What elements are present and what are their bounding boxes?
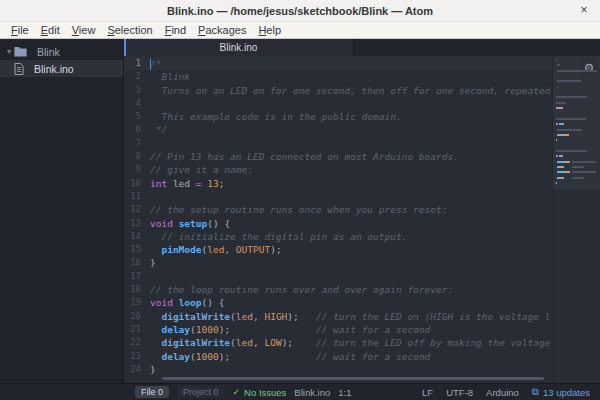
tree-view: ▾BlinkBlink.ino [0,39,124,383]
minimap-line [556,118,586,120]
menu-selection[interactable]: Selection [101,22,158,38]
code-line-14[interactable]: 14 // initialize the digital pin as an o… [124,230,552,243]
minimap-line [556,134,569,136]
code-line-6[interactable]: 6 */ [124,123,552,136]
line-number: 19 [124,296,150,309]
grammar-selector[interactable]: Arduino [486,387,519,398]
code-text: /* [150,57,552,70]
minimap-line [556,161,596,163]
code-text: digitalWrite(led, LOW); // turn the LED … [150,336,552,349]
line-ending-selector[interactable]: LF [422,387,433,398]
code-line-23[interactable]: 23 delay(1000); // wait for a second [124,350,552,363]
code-line-7[interactable]: 7 [124,137,552,150]
encoding-selector[interactable]: UTF-8 [446,387,473,398]
lint-file-count-button[interactable]: File 0 [135,386,169,398]
line-number: 8 [124,150,150,163]
code-line-2[interactable]: 2 Blink [124,70,552,83]
line-number: 2 [124,70,150,83]
menu-find[interactable]: Find [159,22,192,38]
lint-status[interactable]: ✓ No Issues [233,387,287,398]
tab-blink-ino[interactable]: Blink.ino [124,39,354,56]
code-line-21[interactable]: 21 delay(1000); // wait for a second [124,323,552,336]
code-line-24[interactable]: 24} [124,363,552,376]
code-line-1[interactable]: 1/* [124,57,552,70]
code-line-15[interactable]: 15 pinMode(led, OUTPUT); [124,243,552,256]
status-cursor-position[interactable]: 1:1 [338,387,351,398]
lint-status-label: No Issues [244,387,286,398]
code-line-22[interactable]: 22 digitalWrite(led, LOW); // turn the L… [124,336,552,349]
minimap-line [556,96,587,98]
code-text: // Pin 13 has an LED connected on most A… [150,150,552,163]
menu-help[interactable]: Help [252,22,287,38]
tree-item-blink[interactable]: ▾Blink [0,43,123,60]
minimap-line [556,102,566,104]
minimap-line [556,107,563,109]
code-text: // the loop routine runs over and over a… [150,283,552,296]
menu-file[interactable]: File [5,22,35,38]
code-text: int led = 13; [150,177,552,190]
code-line-9[interactable]: 9// give it a name: [124,163,552,176]
tree-item-label: Blink [37,46,60,58]
menu-packages[interactable]: Packages [192,22,252,38]
main-area: ▾BlinkBlink.ino Blink.ino 1/*2 Blink3 Tu… [0,39,600,383]
code-line-8[interactable]: 8// Pin 13 has an LED connected on most … [124,150,552,163]
code-text: // give it a name: [150,163,552,176]
minimap-line [556,70,597,72]
check-icon: ✓ [233,387,241,397]
code-line-12[interactable]: 12// the setup routine runs once when yo… [124,203,552,216]
code-text [150,190,552,203]
code-line-20[interactable]: 20 digitalWrite(led, HIGH); // turn the … [124,310,552,323]
package-icon: ⧉ [532,387,539,397]
code-text: } [150,256,552,269]
code-text: pinMode(led, OUTPUT); [150,243,552,256]
code-text: Blink [150,70,552,83]
minimap-line [556,177,584,179]
menubar: FileEditViewSelectionFindPackagesHelp [0,22,600,39]
active-pane-accent [124,39,126,56]
editor-pane: Blink.ino 1/*2 Blink3 Turns on an LED on… [124,39,600,383]
minimap-line [556,182,557,184]
line-number: 11 [124,190,150,203]
line-number: 7 [124,137,150,150]
minimap[interactable]: ⚙ [552,56,600,383]
menu-edit[interactable]: Edit [35,22,66,38]
code-editor[interactable]: 1/*2 Blink3 Turns on an LED on for one s… [124,56,600,383]
code-line-19[interactable]: 19void loop() { [124,296,552,309]
window-close-icon[interactable]: × [576,3,592,19]
code-line-11[interactable]: 11 [124,190,552,203]
line-number: 5 [124,110,150,123]
line-number: 1 [124,57,150,70]
code-line-18[interactable]: 18// the loop routine runs over and over… [124,283,552,296]
gear-icon[interactable]: ⚙ [580,58,598,76]
minimap-line [556,155,563,157]
chevron-down-icon[interactable]: ▾ [4,47,14,56]
line-number: 21 [124,323,150,336]
status-left: File 0 Project 0 ✓ No Issues Blink.ino 1… [135,386,351,398]
status-right: LF UTF-8 Arduino ⧉ 13 updates [422,387,590,398]
line-number: 13 [124,217,150,230]
minimap-line [556,86,558,88]
code-text: Turns on an LED on for one second, then … [150,84,552,97]
lint-project-count-button[interactable]: Project 0 [177,386,225,398]
status-file-name[interactable]: Blink.ino [294,387,330,398]
tab-bar: Blink.ino [124,39,600,56]
code-text: delay(1000); // wait for a second [150,323,552,336]
code-text: digitalWrite(led, HIGH); // turn the LED… [150,310,552,323]
tree-item-blink-ino[interactable]: Blink.ino [0,60,123,77]
line-number: 20 [124,310,150,323]
minimap-line [556,171,596,173]
menu-view[interactable]: View [66,22,102,38]
code-text: void loop() { [150,296,552,309]
updates-indicator[interactable]: ⧉ 13 updates [532,387,590,398]
code-line-5[interactable]: 5 This example code is in the public dom… [124,110,552,123]
code-line-3[interactable]: 3 Turns on an LED on for one second, the… [124,84,552,97]
code-line-13[interactable]: 13void setup() { [124,217,552,230]
code-line-17[interactable]: 17 [124,270,552,283]
code-line-16[interactable]: 16} [124,256,552,269]
code-line-4[interactable]: 4 [124,97,552,110]
minimap-line [556,139,557,141]
horizontal-scrollbar[interactable] [162,377,544,380]
code-text: void setup() { [150,217,552,230]
code-text: This example code is in the public domai… [150,110,552,123]
code-line-10[interactable]: 10int led = 13; [124,177,552,190]
